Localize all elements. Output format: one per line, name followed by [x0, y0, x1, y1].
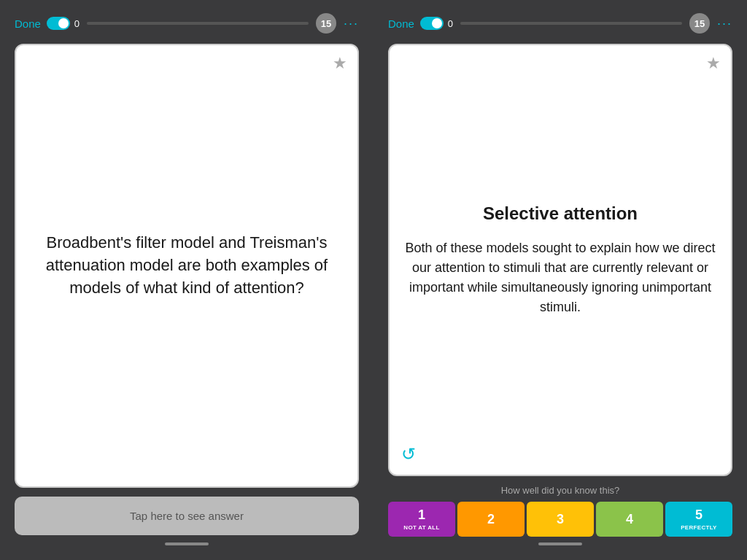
rating-num-1: 1	[418, 508, 425, 523]
left-toggle[interactable]	[47, 17, 70, 30]
rating-num-2: 2	[487, 512, 495, 527]
screens-container: Done 0 15 ··· ★ Broadbent's filter model…	[0, 0, 747, 560]
right-replay-icon[interactable]: ↺	[401, 444, 416, 464]
left-progress-bar	[87, 22, 309, 25]
right-header: Done 0 15 ···	[388, 13, 732, 34]
right-toggle[interactable]	[420, 17, 444, 30]
rating-num-3: 3	[557, 512, 564, 527]
rating-section: How well did you know this? 1NOT AT ALL2…	[388, 485, 732, 537]
rating-num-5: 5	[695, 508, 703, 523]
left-panel: Done 0 15 ··· ★ Broadbent's filter model…	[0, 0, 374, 560]
rating-btn-2[interactable]: 2	[457, 502, 525, 537]
left-dots-menu[interactable]: ···	[344, 16, 359, 31]
rating-btn-5[interactable]: 5PERFECTLY	[665, 502, 732, 537]
right-count-badge: 0	[448, 18, 453, 29]
right-answer-body: Both of these models sought to explain h…	[404, 238, 716, 317]
left-count-badge: 0	[74, 18, 80, 29]
rating-sublabel-5: PERFECTLY	[681, 524, 717, 531]
left-question-text: Broadbent's filter model and Treisman's …	[31, 232, 343, 299]
right-number-badge: 15	[689, 13, 710, 34]
rating-btn-1[interactable]: 1NOT AT ALL	[388, 502, 455, 537]
left-number-badge: 15	[316, 13, 336, 34]
left-card: ★ Broadbent's filter model and Treisman'…	[15, 44, 359, 488]
right-panel: Done 0 15 ··· ★ Selective attention Both…	[374, 0, 747, 560]
right-star-icon[interactable]: ★	[706, 54, 721, 73]
rating-buttons: 1NOT AT ALL2345PERFECTLY	[388, 502, 732, 537]
right-progress-bar	[460, 22, 682, 25]
left-bottom-bar	[165, 542, 209, 545]
right-toggle-knob	[432, 18, 442, 28]
right-card: ★ Selective attention Both of these mode…	[388, 44, 732, 476]
right-done-button[interactable]: Done	[388, 18, 414, 30]
rating-sublabel-1: NOT AT ALL	[403, 524, 439, 531]
left-toggle-knob	[58, 18, 69, 28]
rating-btn-3[interactable]: 3	[527, 502, 594, 537]
left-header: Done 0 15 ···	[15, 13, 359, 34]
rating-num-4: 4	[626, 512, 633, 527]
right-dots-menu[interactable]: ···	[717, 16, 732, 31]
left-star-icon[interactable]: ★	[333, 54, 347, 73]
rating-label: How well did you know this?	[388, 485, 732, 496]
right-answer-title: Selective attention	[483, 203, 638, 224]
right-bottom-bar	[538, 542, 582, 545]
left-done-button[interactable]: Done	[15, 18, 41, 30]
rating-btn-4[interactable]: 4	[596, 502, 663, 537]
tap-answer-button[interactable]: Tap here to see answer	[15, 497, 359, 535]
